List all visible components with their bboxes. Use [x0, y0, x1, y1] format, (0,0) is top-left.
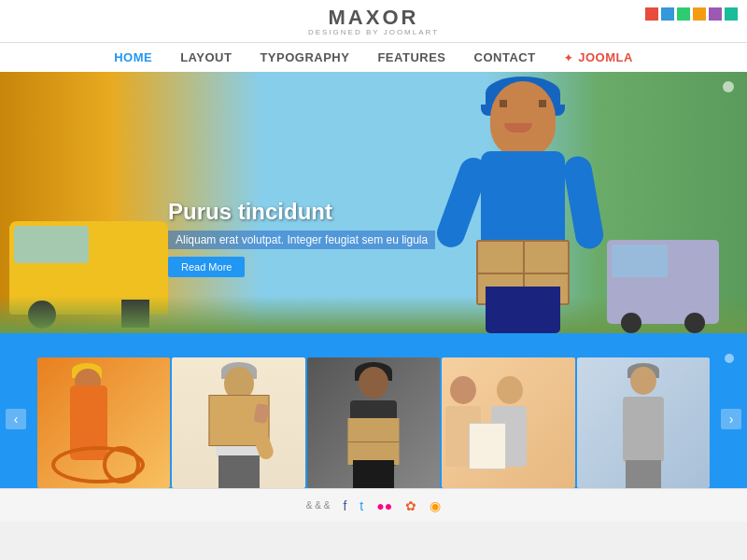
- signer1-head: [450, 376, 476, 404]
- figure-delivery-5: [601, 367, 685, 488]
- dp-arm-right: [562, 154, 606, 251]
- swatch-blue[interactable]: [661, 7, 674, 21]
- swatch-red[interactable]: [645, 7, 658, 21]
- dp-smile: [504, 123, 532, 133]
- delivery5-legs: [626, 460, 661, 488]
- hero-heading: Purus tincidunt: [168, 199, 435, 225]
- figure-delivery-2: [188, 367, 290, 488]
- figure-cyclist: [51, 367, 163, 488]
- thumbnail-1[interactable]: [37, 357, 170, 488]
- logo-subtitle: DESIGNED BY JOOMLART: [0, 28, 747, 36]
- delivery3-head: [359, 367, 388, 399]
- color-swatches[interactable]: [645, 7, 738, 21]
- thumbnail-2[interactable]: [172, 357, 304, 488]
- swatch-green[interactable]: [677, 7, 690, 21]
- signer2-head: [497, 376, 523, 404]
- slider-dot[interactable]: [723, 81, 734, 92]
- van-right: [607, 240, 719, 324]
- section-dot: [725, 354, 734, 363]
- delivery5-head: [630, 367, 656, 395]
- footer-text-prefix: & & &: [306, 500, 331, 511]
- clipboard: [469, 423, 506, 469]
- box3-line: [348, 441, 400, 442]
- thumbnail-3[interactable]: [307, 357, 440, 488]
- header: MAXOR DESIGNED BY JOOMLART: [0, 0, 747, 43]
- delivery3-legs: [353, 460, 394, 488]
- dp-head: [490, 81, 556, 156]
- blue-strip: [0, 333, 747, 350]
- swatch-orange[interactable]: [693, 7, 706, 21]
- twitter-icon[interactable]: t: [359, 498, 363, 513]
- thumbnails-section: ‹: [0, 350, 747, 488]
- swatch-purple[interactable]: [709, 7, 722, 21]
- van-wheel-1: [621, 313, 641, 333]
- hero-subtext: Aliquam erat volutpat. Integer feugiat s…: [168, 231, 435, 249]
- logo-title: MAXOR: [0, 7, 747, 28]
- van-window: [612, 245, 668, 277]
- dp-eye-right: [539, 100, 546, 107]
- rss-icon[interactable]: ◉: [430, 498, 441, 513]
- thumbnails-row: [0, 357, 747, 488]
- figure-signing: [442, 367, 553, 488]
- hero-section: Purus tincidunt Aliquam erat volutpat. I…: [0, 72, 747, 333]
- thumbnail-4[interactable]: [442, 357, 574, 488]
- delivery3-box: [348, 418, 400, 465]
- thumbsup-hand: [253, 403, 269, 424]
- cyclist-wheel: [103, 446, 140, 483]
- van-wheel-2: [684, 313, 705, 333]
- nav-item-layout[interactable]: LAYOUT: [180, 50, 232, 64]
- nav-item-features[interactable]: FEATURES: [377, 50, 445, 64]
- dp-legs: [486, 287, 560, 333]
- nav-item-typography[interactable]: TYPOGRAPHY: [260, 50, 349, 64]
- nav-item-contact[interactable]: CONTACT: [474, 50, 536, 64]
- main-nav: HOME LAYOUT TYPOGRAPHY FEATURES CONTACT …: [0, 43, 747, 72]
- stumbleupon-icon[interactable]: ✿: [405, 498, 416, 513]
- hero-text-overlay: Purus tincidunt Aliquam erat volutpat. I…: [168, 199, 435, 277]
- joomla-icon: ✦: [564, 52, 573, 63]
- figure-delivery-3: [322, 367, 425, 488]
- read-more-button[interactable]: Read More: [168, 257, 245, 277]
- dp-eye-left: [500, 100, 507, 107]
- nav-item-home[interactable]: HOME: [114, 50, 152, 64]
- nav-item-joomla[interactable]: ✦ JOOMLA: [564, 50, 633, 64]
- delivery2-legs: [218, 455, 260, 488]
- thumbnail-5[interactable]: [577, 357, 710, 488]
- facebook-icon[interactable]: f: [343, 498, 346, 513]
- delivery5-body: [623, 397, 664, 462]
- delivery-person: [439, 81, 607, 333]
- footer: & & & f t ●● ✿ ◉: [0, 488, 747, 522]
- flickr-icon[interactable]: ●●: [376, 498, 392, 513]
- swatch-teal[interactable]: [725, 7, 738, 21]
- thumbnail-next-button[interactable]: ›: [721, 409, 741, 429]
- thumbnail-prev-button[interactable]: ‹: [6, 409, 26, 429]
